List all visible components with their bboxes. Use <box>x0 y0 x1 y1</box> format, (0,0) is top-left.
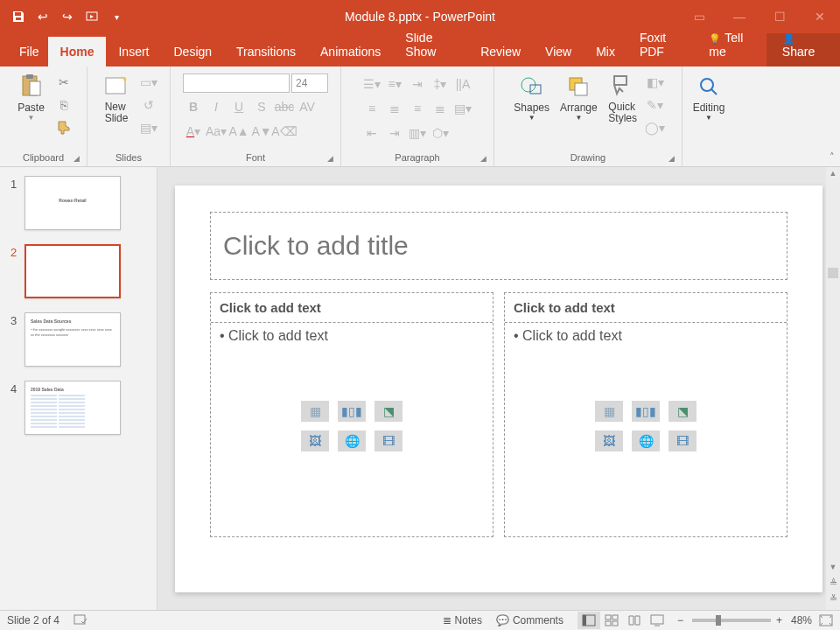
character-spacing-icon[interactable]: AV <box>297 96 318 117</box>
next-slide-icon[interactable]: ≚ <box>826 593 840 605</box>
columns-icon[interactable]: ▥▾ <box>407 122 428 144</box>
scroll-up-icon[interactable]: ▲ <box>826 169 840 178</box>
bold-button[interactable]: B <box>183 96 204 117</box>
redo-icon[interactable]: ↪ <box>58 7 77 26</box>
strikethrough-button[interactable]: abc <box>274 96 295 117</box>
slide-canvas[interactable]: Click to add title Click to add text • C… <box>158 167 840 610</box>
increase-font-icon[interactable]: A▲ <box>228 121 249 142</box>
clear-formatting-icon[interactable]: A⌫ <box>274 121 295 142</box>
align-center-icon[interactable]: ≣ <box>384 98 405 119</box>
thumbnail-1[interactable]: 1 Rowan Retail <box>10 176 146 230</box>
insert-picture-icon[interactable]: 🖼 <box>301 430 329 452</box>
zoom-in-icon[interactable]: + <box>776 614 782 626</box>
tab-review[interactable]: Review <box>468 37 533 66</box>
insert-smartart-icon[interactable]: ⬔ <box>668 401 696 422</box>
smartart-icon[interactable]: ⬡▾ <box>430 122 451 144</box>
layout-icon[interactable]: ▭▾ <box>138 72 159 93</box>
notes-button[interactable]: ≣ Notes <box>443 614 482 626</box>
align-right-icon[interactable]: ≡ <box>407 98 428 119</box>
insert-picture-icon[interactable]: 🖼 <box>595 430 623 452</box>
font-size-input[interactable] <box>291 74 328 93</box>
vertical-scrollbar[interactable]: ▲ ▼ ≜ ≚ <box>826 167 840 610</box>
drawing-launcher-icon[interactable]: ◢ <box>668 154 675 163</box>
shape-outline-icon[interactable]: ✎▾ <box>645 94 666 116</box>
new-slide-button[interactable]: New Slide <box>96 70 136 126</box>
shadow-button[interactable]: S <box>251 96 272 117</box>
tab-insert[interactable]: Insert <box>106 37 161 66</box>
insert-video-icon[interactable]: 🎞 <box>374 430 402 452</box>
insert-smartart-icon[interactable]: ⬔ <box>374 401 402 422</box>
fit-to-window-icon[interactable] <box>819 614 833 626</box>
tab-animations[interactable]: Animations <box>308 37 393 66</box>
bullets-icon[interactable]: ☰▾ <box>361 74 382 94</box>
minimize-icon[interactable]: — <box>719 0 760 33</box>
start-from-beginning-icon[interactable] <box>82 7 102 26</box>
decrease-font-icon[interactable]: A▼ <box>251 121 272 142</box>
align-left-icon[interactable]: ≡ <box>361 98 382 119</box>
line-spacing-icon[interactable]: ‡▾ <box>430 74 451 94</box>
decrease-indent-icon[interactable]: ⇤ <box>361 122 382 144</box>
title-placeholder[interactable]: Click to add title <box>210 212 788 280</box>
change-case-icon[interactable]: Aa▾ <box>206 121 227 142</box>
shapes-button[interactable]: Shapes▼ <box>508 70 555 123</box>
list-level-icon[interactable]: ⇥ <box>407 74 428 94</box>
font-color-icon[interactable]: A▾ <box>183 121 204 142</box>
spellcheck-icon[interactable] <box>74 614 88 626</box>
paste-button[interactable]: Paste ▼ <box>11 70 52 123</box>
clipboard-launcher-icon[interactable]: ◢ <box>74 154 80 163</box>
format-painter-icon[interactable] <box>53 117 74 138</box>
tab-transitions[interactable]: Transitions <box>224 37 308 66</box>
tab-design[interactable]: Design <box>161 37 224 66</box>
section-icon[interactable]: ▤▾ <box>138 117 159 138</box>
zoom-out-icon[interactable]: − <box>677 614 683 626</box>
undo-icon[interactable]: ↩ <box>33 7 52 26</box>
reset-icon[interactable]: ↺ <box>138 94 159 116</box>
content-placeholder-left[interactable]: Click to add text • Click to add text ▦ … <box>210 292 494 537</box>
thumbnail-3[interactable]: 3 Sales Data Sources • the xxxxxxxx samp… <box>10 312 146 367</box>
comments-button[interactable]: 💬 Comments <box>496 614 564 626</box>
tab-home[interactable]: Home <box>48 37 107 66</box>
scroll-down-icon[interactable]: ▼ <box>826 563 840 571</box>
shape-effects-icon[interactable]: ◯▾ <box>645 117 666 138</box>
close-icon[interactable]: ✕ <box>800 0 840 33</box>
italic-button[interactable]: I <box>206 96 227 117</box>
insert-online-picture-icon[interactable]: 🌐 <box>338 430 366 452</box>
cut-icon[interactable]: ✂ <box>53 72 74 93</box>
insert-online-picture-icon[interactable]: 🌐 <box>632 430 660 452</box>
tab-mix[interactable]: Mix <box>584 37 627 66</box>
editing-button[interactable]: Editing▼ <box>688 70 731 123</box>
content-placeholder-right[interactable]: Click to add text • Click to add text ▦ … <box>504 292 788 537</box>
tab-file[interactable]: File <box>10 37 48 66</box>
insert-chart-icon[interactable]: ▮▯▮ <box>338 401 366 422</box>
scroll-thumb[interactable] <box>828 268 838 278</box>
arrange-button[interactable]: Arrange▼ <box>555 70 603 123</box>
slide-count[interactable]: Slide 2 of 4 <box>7 614 60 626</box>
qat-customize-icon[interactable]: ▾ <box>107 7 126 26</box>
shape-fill-icon[interactable]: ◧▾ <box>645 72 666 93</box>
paragraph-launcher-icon[interactable]: ◢ <box>480 154 486 163</box>
insert-table-icon[interactable]: ▦ <box>301 401 329 422</box>
underline-button[interactable]: U <box>228 96 249 117</box>
thumbnail-2[interactable]: 2 <box>10 244 146 298</box>
text-direction-icon[interactable]: ||A <box>452 74 473 94</box>
ribbon-display-icon[interactable]: ▭ <box>679 0 719 33</box>
insert-chart-icon[interactable]: ▮▯▮ <box>632 401 660 422</box>
save-icon[interactable] <box>9 7 28 26</box>
copy-icon[interactable]: ⎘ <box>53 94 74 116</box>
maximize-icon[interactable]: ☐ <box>760 0 800 33</box>
reading-view-icon[interactable] <box>623 612 646 629</box>
zoom-handle[interactable] <box>716 615 721 626</box>
quick-styles-button[interactable]: Quick Styles <box>603 70 643 126</box>
prev-slide-icon[interactable]: ≜ <box>826 578 840 589</box>
tab-view[interactable]: View <box>533 37 584 66</box>
font-name-input[interactable] <box>183 74 290 93</box>
align-text-icon[interactable]: ▤▾ <box>452 98 473 119</box>
justify-icon[interactable]: ≣ <box>430 98 451 119</box>
font-launcher-icon[interactable]: ◢ <box>327 154 333 163</box>
numbering-icon[interactable]: ≡▾ <box>384 74 405 94</box>
thumbnail-4[interactable]: 4 2019 Sales Data <box>10 381 146 435</box>
normal-view-icon[interactable] <box>578 612 600 629</box>
increase-indent-icon[interactable]: ⇥ <box>384 122 405 144</box>
collapse-ribbon-icon[interactable]: ˄ <box>830 151 835 163</box>
zoom-level[interactable]: 48% <box>791 614 812 626</box>
